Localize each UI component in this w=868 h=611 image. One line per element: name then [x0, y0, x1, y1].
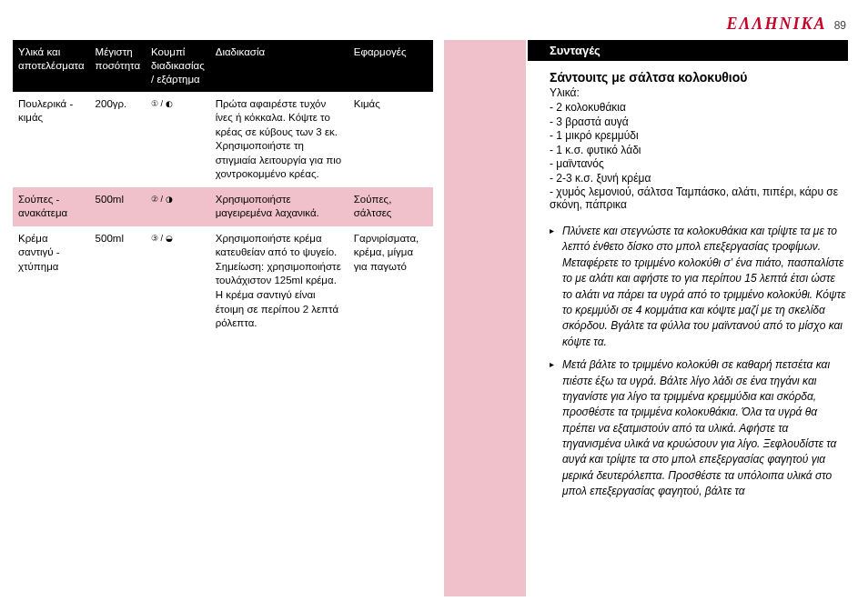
section-title: Συνταγές — [528, 40, 848, 61]
th-max-qty: Μέγιστη ποσότητα — [90, 40, 146, 92]
table-cell: 500ml — [90, 226, 146, 336]
step-item: Πλύνετε και στεγνώστε τα κολοκυθάκια και… — [550, 224, 848, 350]
table-cell: Σούπες - ανακάτεμα — [13, 187, 90, 226]
page-number: 89 — [834, 19, 846, 32]
ingredient-item: 2-3 κ.σ. ξυνή κρέμα — [550, 172, 848, 185]
center-divider — [444, 40, 526, 596]
table-cell: Κρέμα σαντιγύ - χτύπημα — [13, 226, 90, 336]
table-cell: Χρησιμοποιήστε κρέμα κατευθείαν από το ψ… — [210, 226, 348, 336]
th-materials: Υλικά και αποτελέσματα — [13, 40, 90, 92]
table-cell: 500ml — [90, 187, 146, 226]
processing-table: Υλικά και αποτελέσματα Μέγιστη ποσότητα … — [13, 40, 433, 336]
table-cell: Κιμάς — [348, 92, 433, 187]
ingredients-list: 2 κολοκυθάκια3 βραστά αυγά1 μικρό κρεμμύ… — [550, 101, 848, 211]
th-procedure: Διαδικασία — [210, 40, 348, 92]
th-button: Κουμπί διαδικασίας / εξάρτημα — [146, 40, 210, 92]
table-cell: Πουλερικά - κιμάς — [13, 92, 90, 187]
table-cell: Σούπες, σάλτσες — [348, 187, 433, 226]
table-cell: Χρησιμοποιήστε μαγειρεμένα λαχανικά. — [210, 187, 348, 226]
process-button-icon: ② / ◑ — [151, 195, 173, 204]
steps-list: Πλύνετε και στεγνώστε τα κολοκυθάκια και… — [550, 224, 848, 500]
th-applications: Εφαρμογές — [348, 40, 433, 92]
table-row: Κρέμα σαντιγύ - χτύπημα500ml③ / ◒Χρησιμο… — [13, 226, 433, 336]
ingredient-item: 2 κολοκυθάκια — [550, 101, 848, 114]
ingredient-item: 3 βραστά αυγά — [550, 115, 848, 128]
ingredient-item: 1 μικρό κρεμμύδι — [550, 129, 848, 142]
page-header: ΕΛΛΗΝΙΚΑ 89 — [727, 15, 846, 34]
table-cell: Γαρνιρίσματα, κρέμα, μίγμα για παγωτό — [348, 226, 433, 336]
process-button-icon: ① / ◐ — [151, 100, 173, 108]
process-button-icon: ③ / ◒ — [151, 235, 173, 243]
recipe-title: Σάντουιτς με σάλτσα κολοκυθιού — [550, 70, 848, 85]
table-cell: Πρώτα αφαιρέστε τυχόν ίνες ή κόκκαλα. Κό… — [210, 92, 348, 187]
brand-label: ΕΛΛΗΝΙΚΑ — [727, 15, 827, 34]
table-cell: ② / ◑ — [146, 187, 210, 226]
table-cell: ③ / ◒ — [146, 226, 210, 336]
table-row: Πουλερικά - κιμάς200γρ.① / ◐Πρώτα αφαιρέ… — [13, 92, 433, 187]
right-column: Συνταγές Σάντουιτς με σάλτσα κολοκυθιού … — [528, 40, 848, 507]
left-column: Υλικά και αποτελέσματα Μέγιστη ποσότητα … — [13, 40, 433, 336]
ingredient-item: 1 κ.σ. φυτικό λάδι — [550, 144, 848, 156]
table-cell: ① / ◐ — [146, 92, 210, 187]
ingredient-item: μαϊντανός — [550, 157, 848, 170]
ingredients-label: Υλικά: — [550, 86, 848, 99]
table-row: Σούπες - ανακάτεμα500ml② / ◑Χρησιμοποιήσ… — [13, 187, 433, 226]
step-item: Μετά βάλτε το τριμμένο κολοκύθι σε καθαρ… — [550, 357, 848, 500]
table-cell: 200γρ. — [90, 92, 146, 187]
ingredient-item: χυμός λεμονιού, σάλτσα Ταμπάσκο, αλάτι, … — [550, 185, 848, 211]
